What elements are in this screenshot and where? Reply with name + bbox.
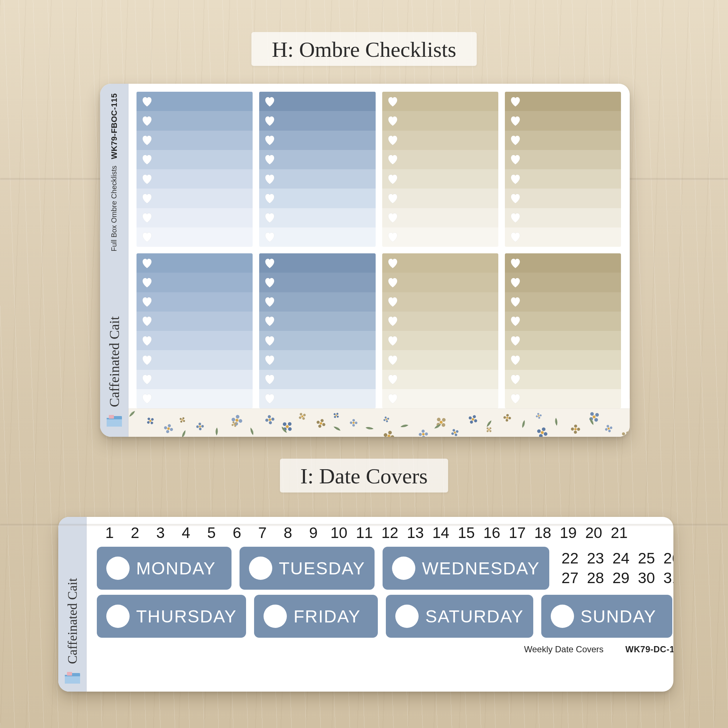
svg-point-16 bbox=[196, 425, 199, 428]
day-label: SATURDAY bbox=[425, 606, 523, 626]
checklist-row bbox=[259, 111, 375, 130]
brand-name: Caffeinated Cait bbox=[65, 578, 80, 664]
checklist-row bbox=[505, 389, 621, 408]
svg-point-7 bbox=[167, 424, 171, 427]
heart-checkbox-icon bbox=[509, 231, 522, 242]
day-covers-row-1: MONDAYTUESDAYWEDNESDAY222324252627282930… bbox=[97, 547, 673, 590]
svg-point-84 bbox=[455, 430, 459, 433]
svg-point-60 bbox=[353, 422, 355, 424]
svg-point-65 bbox=[387, 434, 391, 437]
checklist-row bbox=[505, 111, 621, 130]
heart-checkbox-icon bbox=[509, 174, 522, 185]
svg-point-101 bbox=[538, 434, 543, 437]
checklist-row bbox=[259, 150, 375, 169]
leaf-icon bbox=[518, 418, 528, 429]
svg-point-18 bbox=[198, 423, 201, 425]
svg-point-73 bbox=[422, 436, 425, 437]
checklist-row bbox=[136, 131, 252, 150]
svg-point-110 bbox=[538, 415, 540, 417]
checklist-row bbox=[505, 169, 621, 188]
heart-checkbox-icon bbox=[387, 212, 399, 223]
day-label: SUNDAY bbox=[581, 606, 656, 626]
heart-checkbox-icon bbox=[387, 154, 399, 165]
ombre-checklist-box bbox=[136, 92, 252, 247]
heart-checkbox-icon bbox=[387, 174, 399, 185]
heart-checkbox-icon bbox=[509, 335, 522, 346]
heart-checkbox-icon bbox=[509, 296, 522, 307]
heart-checkbox-icon bbox=[387, 374, 399, 385]
checklist-row bbox=[259, 188, 375, 208]
day-cover-wednesday: WEDNESDAY bbox=[382, 547, 549, 590]
checklist-row bbox=[259, 389, 375, 408]
checklist-row bbox=[505, 92, 621, 111]
svg-point-74 bbox=[419, 433, 422, 436]
checklist-row bbox=[382, 370, 498, 389]
svg-point-8 bbox=[166, 430, 169, 433]
day-label: FRIDAY bbox=[294, 606, 360, 626]
heart-checkbox-icon bbox=[509, 355, 522, 366]
svg-point-129 bbox=[626, 431, 630, 435]
floral-washi-strip bbox=[128, 408, 630, 437]
day-circle-icon bbox=[263, 605, 287, 628]
date-number-sticker: 6 bbox=[224, 524, 250, 541]
day-cover-friday: FRIDAY bbox=[254, 595, 378, 638]
svg-point-124 bbox=[606, 424, 610, 428]
svg-point-112 bbox=[571, 427, 574, 431]
heart-checkbox-icon bbox=[263, 231, 276, 242]
checklist-row bbox=[136, 350, 252, 369]
date-number-sticker: 25 bbox=[634, 550, 659, 567]
ombre-checklists-sheet: WK79-FBOC-115 Full Box Ombre Checklists … bbox=[100, 84, 630, 437]
checklist-row bbox=[136, 273, 252, 292]
flower-icon bbox=[501, 413, 512, 422]
checklist-row bbox=[259, 208, 375, 228]
ombre-checklist-box bbox=[382, 92, 498, 247]
sheet-footer: Weekly Date Covers WK79-DC-115 bbox=[97, 644, 673, 655]
checklist-row bbox=[259, 370, 375, 389]
heart-checkbox-icon bbox=[263, 258, 276, 269]
heart-checkbox-icon bbox=[141, 393, 153, 404]
sku-code: WK79-DC-115 bbox=[626, 644, 673, 655]
svg-point-109 bbox=[540, 414, 542, 417]
svg-point-106 bbox=[536, 415, 538, 418]
svg-point-66 bbox=[384, 416, 387, 419]
heart-checkbox-icon bbox=[141, 258, 153, 269]
folder-icon bbox=[64, 672, 81, 684]
folder-icon bbox=[106, 415, 123, 427]
leaf-icon bbox=[280, 426, 290, 434]
day-circle-icon bbox=[551, 605, 574, 628]
checklist-row bbox=[259, 312, 375, 331]
extra-date-numbers: 22232425262728293031 bbox=[557, 547, 673, 590]
heart-checkbox-icon bbox=[387, 258, 399, 269]
svg-point-100 bbox=[506, 417, 508, 419]
svg-point-70 bbox=[385, 418, 388, 421]
svg-point-75 bbox=[422, 433, 424, 435]
checklist-row bbox=[505, 273, 621, 292]
date-number-sticker: 4 bbox=[173, 524, 199, 541]
flower-icon bbox=[144, 415, 156, 428]
heart-checkbox-icon bbox=[387, 316, 399, 327]
checklist-row bbox=[259, 228, 375, 247]
day-cover-sunday: SUNDAY bbox=[541, 595, 672, 638]
svg-point-63 bbox=[388, 430, 392, 434]
day-label: WEDNESDAY bbox=[422, 558, 540, 578]
heart-checkbox-icon bbox=[263, 193, 276, 204]
checklist-row bbox=[382, 292, 498, 312]
heart-checkbox-icon bbox=[141, 174, 153, 185]
svg-point-111 bbox=[574, 424, 577, 428]
flower-icon bbox=[534, 423, 551, 437]
day-label: MONDAY bbox=[136, 558, 216, 578]
flower-icon bbox=[314, 417, 327, 431]
checklist-row bbox=[136, 292, 252, 312]
checklist-row bbox=[136, 228, 252, 247]
checklist-row bbox=[382, 150, 498, 169]
flower-icon bbox=[330, 410, 341, 420]
heart-checkbox-icon bbox=[141, 316, 153, 327]
checklist-row bbox=[136, 111, 252, 130]
svg-point-33 bbox=[265, 419, 269, 422]
date-number-sticker: 16 bbox=[479, 524, 505, 541]
checklist-row bbox=[259, 273, 375, 292]
svg-point-85 bbox=[454, 431, 456, 434]
checklist-row bbox=[505, 150, 621, 169]
svg-point-103 bbox=[537, 429, 541, 434]
heart-checkbox-icon bbox=[263, 115, 276, 126]
